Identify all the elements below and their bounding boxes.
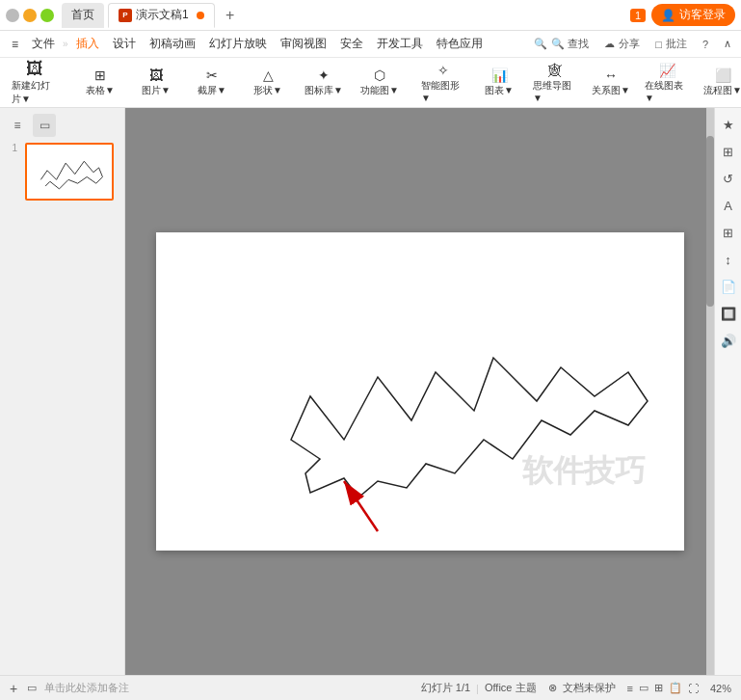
mindmap-button[interactable]: 🕸 思维导图▼ (528, 62, 582, 104)
right-sidebar: ★ ⊞ ↺ A ⊞ ↕ 📄 🔲 🔊 (714, 108, 741, 675)
icon-lib-icon: ✦ (318, 67, 330, 83)
slideshow-menu[interactable]: 幻灯片放映 (203, 33, 273, 55)
title-bar: 首页 P 演示文稿1 + 1 👤 访客登录 (0, 0, 741, 31)
grid-view-status-button[interactable]: ⊞ (654, 682, 663, 694)
grid-button[interactable]: ⊞ (718, 141, 739, 162)
page-button[interactable]: 📄 (718, 276, 739, 297)
slide-canvas[interactable]: 软件技巧 (156, 232, 684, 551)
unsaved-indicator (197, 12, 204, 19)
menu-bar-right: 🔍 🔍 查找 ☁ 分享 □ 批注 ? ∧ (530, 35, 735, 53)
title-bar-right: 1 👤 访客登录 (630, 4, 735, 26)
menu-icon: ≡ (627, 683, 633, 694)
fullscreen-button[interactable]: ⛶ (688, 683, 699, 694)
protection-info: 文档未保护 (563, 681, 616, 695)
align-button[interactable]: ↕ (718, 249, 739, 270)
status-bar-right: 幻灯片 1/1 | Office 主题 ⊗ 文档未保护 ≡ ▭ ⊞ 📋 ⛶ 42… (421, 681, 731, 695)
doc-tab[interactable]: P 演示文稿1 (108, 3, 215, 28)
svg-line-1 (344, 481, 378, 531)
design-menu[interactable]: 设计 (107, 33, 142, 55)
slide-thumbnail-1[interactable] (25, 143, 114, 201)
close-button[interactable] (40, 9, 54, 22)
search-button[interactable]: 🔍 🔍 查找 (530, 35, 593, 53)
doc-tab-label: 演示文稿1 (136, 7, 189, 23)
relation-label: 关系图▼ (592, 84, 630, 97)
add-slide-button[interactable]: + (10, 681, 17, 696)
smart-shape-button[interactable]: ✧ 智能图形▼ (416, 62, 470, 104)
maximize-button[interactable] (23, 9, 37, 22)
toolbar: 🖼 新建幻灯片▼ ⊞ 表格▼ 🖼 图片▼ ✂ 截屏▼ △ 形状▼ ✦ 图标库▼ … (0, 58, 741, 108)
image-label: 图片▼ (142, 84, 171, 97)
new-slide-button[interactable]: 🖼 新建幻灯片▼ (6, 62, 64, 104)
shape-button[interactable]: △ 形状▼ (241, 62, 295, 104)
image-button[interactable]: 🖼 图片▼ (129, 62, 183, 104)
table-button[interactable]: ⊞ 表格▼ (73, 62, 127, 104)
normal-view-button[interactable]: ▭ (639, 682, 648, 694)
chart-icon: 📊 (491, 67, 508, 83)
star-button[interactable]: ★ (718, 114, 739, 135)
dev-menu[interactable]: 开发工具 (371, 33, 429, 55)
main-area: ≡ ▭ 1 (0, 108, 741, 675)
hamburger-menu[interactable]: ≡ (6, 35, 24, 54)
scrollbar-thumb[interactable] (706, 136, 714, 306)
login-label: 访客登录 (679, 7, 726, 23)
slide-number-1: 1 (6, 143, 17, 153)
scrollbar-track[interactable] (706, 108, 714, 675)
list-view-button[interactable]: ≡ (6, 114, 29, 137)
refresh-button[interactable]: ↺ (718, 168, 739, 189)
grid-view-button[interactable]: ▭ (33, 114, 56, 137)
security-menu[interactable]: 安全 (334, 33, 369, 55)
flow-button[interactable]: ⬜ 流程图▼ (696, 62, 741, 104)
icon-library-label: 图标库▼ (304, 84, 343, 97)
icon-library-button[interactable]: ✦ 图标库▼ (297, 62, 351, 104)
user-icon: 👤 (661, 9, 675, 22)
online-chart-button[interactable]: 📈 在线图表▼ (640, 62, 694, 104)
search-label: 🔍 查找 (551, 37, 589, 51)
login-button[interactable]: 👤 访客登录 (651, 4, 735, 26)
review-menu[interactable]: 审阅视图 (275, 33, 332, 55)
help-button[interactable]: ? (699, 37, 712, 52)
flow-label: 流程图▼ (703, 84, 741, 97)
home-tab-label: 首页 (71, 7, 94, 23)
smart-shape-label: 智能图形▼ (421, 79, 465, 103)
audio-button[interactable]: 🔊 (718, 330, 739, 351)
slide-info: 幻灯片 1/1 (421, 681, 470, 695)
new-slide-icon: 🖼 (26, 60, 43, 77)
panel-header: ≡ ▭ (6, 114, 119, 137)
minimize-button[interactable] (6, 9, 19, 22)
note-icon: ▭ (27, 682, 37, 694)
add-note-text: 单击此处添加备注 (44, 681, 129, 695)
image-icon: 🖼 (149, 67, 163, 83)
animation-menu[interactable]: 初稿动画 (144, 33, 201, 55)
font-button[interactable]: A (718, 195, 739, 216)
shape-icon: △ (263, 67, 274, 83)
shape-label: 形状▼ (253, 84, 282, 97)
table-label: 表格▼ (86, 84, 115, 97)
function-chart-button[interactable]: ⬡ 功能图▼ (353, 62, 407, 104)
home-tab[interactable]: 首页 (62, 3, 104, 28)
slide-panel: ≡ ▭ 1 (0, 108, 125, 675)
collapse-button[interactable]: ∧ (720, 36, 735, 52)
protection-icon: ⊗ (548, 682, 557, 694)
add-tab-button[interactable]: + (219, 4, 242, 27)
notes-view-button[interactable]: 📋 (669, 682, 682, 694)
chart-button[interactable]: 📊 图表▼ (472, 62, 526, 104)
special-menu[interactable]: 特色应用 (431, 33, 489, 55)
relation-icon: ↔ (604, 67, 618, 83)
notification-badge: 1 (630, 9, 646, 22)
chart-label: 图表▼ (485, 84, 514, 97)
func-icon: ⬡ (374, 67, 385, 83)
screenshot-button[interactable]: ✂ 截屏▼ (185, 62, 239, 104)
smart-icon: ✧ (437, 63, 449, 78)
table-icon: ⊞ (94, 67, 106, 83)
screenshot-label: 截屏▼ (198, 84, 226, 97)
status-bar: + ▭ 单击此处添加备注 幻灯片 1/1 | Office 主题 ⊗ 文档未保护… (0, 675, 741, 700)
layout-button[interactable]: ⊞ (718, 222, 739, 243)
comment-button[interactable]: □ 批注 (651, 35, 691, 53)
file-menu[interactable]: 文件 (26, 33, 61, 55)
relation-button[interactable]: ↔ 关系图▼ (584, 62, 638, 104)
share-button[interactable]: ☁ 分享 (600, 35, 644, 53)
status-sep-1: | (476, 683, 479, 694)
insert-menu[interactable]: 插入 (70, 33, 105, 55)
border-button[interactable]: 🔲 (718, 303, 739, 324)
canvas-area[interactable]: 软件技巧 (125, 108, 714, 675)
